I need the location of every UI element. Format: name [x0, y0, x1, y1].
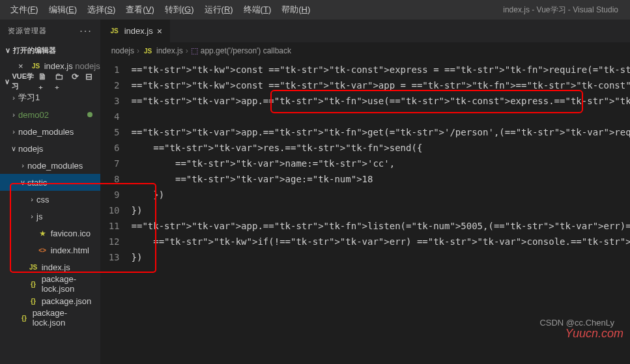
menubar: 文件(F)编辑(E)选择(S)查看(V)转到(G)运行(R)终端(T)帮助(H)…	[0, 0, 630, 20]
tree-item-label: demo02	[18, 110, 87, 120]
chevron-right-icon: ›	[9, 128, 18, 135]
folder-node_modules[interactable]: ›node_modules	[0, 157, 100, 174]
workspace-section[interactable]: ∨ VUE学习 🗎₊ 🗀₊ ⟳ ⊟	[0, 74, 100, 89]
open-editors-section[interactable]: ∨ 打开的编辑器	[0, 42, 100, 58]
tree-item-label: package-lock.json	[42, 274, 100, 294]
tree-item-label: 学习1	[18, 92, 100, 104]
menu-g[interactable]: 转到(G)	[160, 4, 199, 16]
new-folder-icon[interactable]: 🗀₊	[55, 72, 64, 91]
close-icon[interactable]: ×	[18, 61, 30, 71]
json-icon: {}	[27, 281, 39, 288]
js-file-icon: JS	[142, 48, 154, 55]
file-package.json[interactable]: {} package.json	[0, 292, 100, 309]
watermark-site: Yuucn.com	[566, 327, 623, 341]
editor-area: JS index.js × nodejs › JS index.js › ⬚ a…	[101, 20, 630, 364]
folder-学习1[interactable]: ›学习1	[0, 89, 100, 106]
more-icon[interactable]: ···	[79, 25, 92, 37]
menu-v[interactable]: 查看(V)	[121, 4, 159, 16]
breadcrumb[interactable]: nodejs › JS index.js › ⬚ app.get('/perso…	[101, 42, 630, 59]
json-icon: {}	[18, 315, 30, 322]
menu-s[interactable]: 选择(S)	[82, 4, 121, 16]
symbol-icon: ⬚	[191, 46, 198, 55]
chevron-right-icon: ›	[9, 94, 18, 102]
tab-title: index.js	[124, 26, 153, 36]
new-file-icon[interactable]: 🗎₊	[38, 72, 48, 91]
tree-item-label: nodejs	[18, 144, 100, 154]
js-file-icon: JS	[30, 63, 42, 70]
file-package-lock.json[interactable]: {} package-lock.json	[0, 309, 100, 326]
menu-t[interactable]: 终端(T)	[238, 4, 277, 16]
menu-e[interactable]: 编辑(E)	[44, 4, 82, 16]
folder-nodejs[interactable]: ∨nodejs	[0, 140, 100, 157]
tree-item-label: package-lock.json	[33, 308, 100, 328]
highlight-box-tree	[10, 183, 156, 273]
js-file-icon: JS	[109, 27, 121, 35]
explorer-header: 资源管理器 ···	[0, 20, 100, 42]
folder-node_modules[interactable]: ›node_modules	[0, 123, 100, 140]
collapse-icon[interactable]: ⊟	[85, 72, 93, 91]
close-icon[interactable]: ×	[157, 26, 162, 36]
tree-item-label: node_modules	[18, 127, 100, 137]
watermark-csdn: CSDN @cc.ChenLy	[539, 318, 614, 328]
tab-bar: JS index.js ×	[101, 20, 630, 42]
file-package-lock.json[interactable]: {} package-lock.json	[0, 275, 100, 292]
chevron-down-icon: ∨	[3, 46, 13, 55]
chevron-down-icon: ∨	[9, 145, 18, 153]
chevron-right-icon: ›	[186, 46, 188, 55]
tree-item-label: node_modules	[27, 161, 100, 171]
chevron-right-icon: ›	[137, 46, 139, 55]
menu-h[interactable]: 帮助(H)	[276, 4, 315, 16]
chevron-right-icon: ›	[18, 161, 27, 169]
menu-f[interactable]: 文件(F)	[5, 4, 44, 16]
folder-demo02[interactable]: ›demo02	[0, 106, 100, 123]
editor-tab[interactable]: JS index.js ×	[101, 20, 171, 42]
highlight-box-code	[270, 90, 583, 113]
chevron-down-icon: ∨	[3, 77, 12, 86]
chevron-right-icon: ›	[9, 111, 18, 119]
window-title: index.js - Vue学习 - Visual Studio	[503, 5, 625, 16]
refresh-icon[interactable]: ⟳	[72, 72, 79, 91]
menu-r[interactable]: 运行(R)	[199, 4, 238, 16]
modified-dot-icon	[87, 112, 93, 117]
json-icon: {}	[27, 298, 39, 305]
tree-item-label: package.json	[42, 296, 100, 306]
